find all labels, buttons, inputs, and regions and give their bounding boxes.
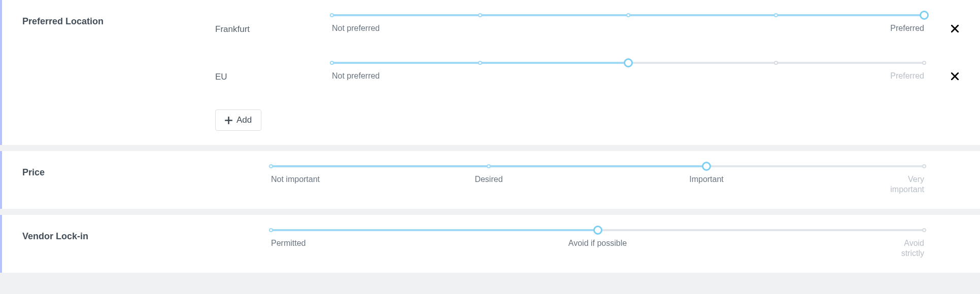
location-row-eu: EU Not preferred Preferred (215, 62, 960, 91)
vendor-label-1: Avoid if possible (568, 238, 627, 248)
slider-min-label: Not preferred (332, 71, 380, 81)
preferred-location-card: Preferred Location Frankfurt (0, 0, 980, 145)
add-button-label: Add (236, 115, 252, 125)
slider-max-label: Preferred (890, 71, 924, 81)
location-label: Frankfurt (215, 23, 332, 34)
remove-location-button[interactable] (950, 23, 960, 33)
price-card: Price Not important Desired Important Ve… (0, 151, 980, 209)
price-label-3: Very important (890, 174, 924, 195)
slider-handle[interactable] (920, 11, 929, 20)
close-icon (951, 72, 959, 80)
price-label-1: Desired (475, 174, 502, 185)
slider-min-label: Not preferred (332, 23, 380, 33)
vendor-label-0: Permitted (271, 238, 306, 248)
slider-handle[interactable] (702, 162, 711, 171)
location-row-frankfurt: Frankfurt Not preferred Preferre (215, 14, 960, 44)
vendor-lockin-slider[interactable] (271, 229, 924, 231)
price-title: Price (22, 165, 271, 178)
vendor-label-2: Avoid strictly (901, 238, 924, 259)
slider-handle[interactable] (593, 226, 602, 235)
preferred-location-title: Preferred Location (22, 14, 215, 27)
close-icon (951, 25, 959, 32)
preference-slider-eu[interactable] (332, 62, 924, 64)
remove-location-button[interactable] (950, 71, 960, 81)
preference-slider-frankfurt[interactable] (332, 14, 924, 16)
add-location-row: Add (215, 109, 960, 131)
vendor-lockin-card: Vendor Lock-in Permitted Avoid if possib… (0, 215, 980, 273)
plus-icon (225, 117, 232, 124)
add-location-button[interactable]: Add (215, 109, 261, 131)
slider-max-label: Preferred (890, 23, 924, 33)
price-label-0: Not important (271, 174, 320, 185)
slider-handle[interactable] (624, 58, 633, 67)
location-label: EU (215, 71, 332, 82)
price-label-2: Important (689, 174, 724, 185)
price-slider[interactable] (271, 165, 924, 167)
vendor-lockin-title: Vendor Lock-in (22, 229, 271, 242)
